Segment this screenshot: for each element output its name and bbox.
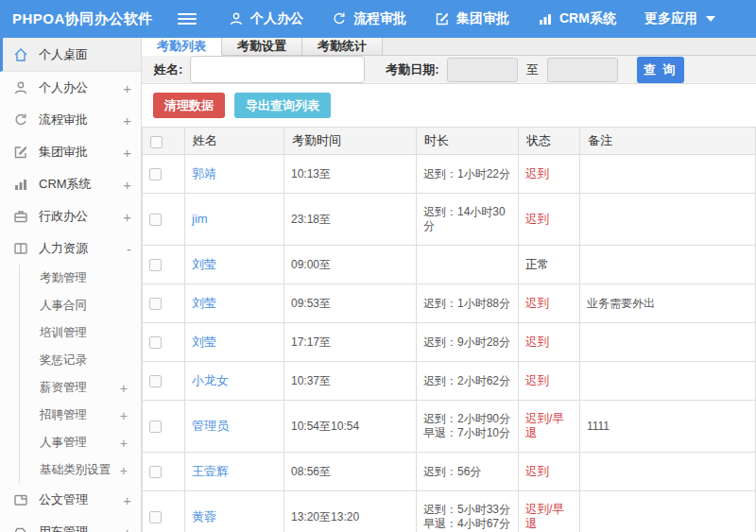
row-checkbox[interactable]: [149, 168, 162, 180]
submenu-item-label: 基础类别设置: [40, 462, 120, 478]
name-filter-input[interactable]: [190, 56, 365, 83]
sidebar-item-document-mgmt[interactable]: 公文管理 +: [0, 484, 141, 516]
sidebar-item-label: 人力资源: [39, 240, 127, 257]
select-all-cell: [143, 128, 185, 155]
duration-line1: 迟到：9小时28分: [423, 335, 511, 350]
sidebar-item-workflow-approval[interactable]: 流程审批 +: [0, 104, 141, 136]
expand-plus-icon[interactable]: +: [120, 381, 128, 396]
expand-plus-icon[interactable]: +: [123, 209, 131, 225]
status-badge: 迟到: [519, 194, 580, 246]
submenu-item-hr-contract[interactable]: 人事合同: [20, 292, 141, 319]
row-checkbox[interactable]: [149, 214, 162, 226]
duration-line1: 迟到：2小时62分: [423, 374, 511, 388]
employee-name-link[interactable]: 刘莹: [192, 335, 216, 349]
table-row: 刘莹 09:00至 正常: [143, 246, 756, 284]
employee-name-link[interactable]: 王壹辉: [192, 464, 229, 478]
nav-crm-system[interactable]: CRM系统: [538, 10, 616, 27]
nav-personal-office[interactable]: 个人办公: [229, 10, 303, 27]
sidebar-item-hr[interactable]: 人力资源 -: [0, 232, 141, 265]
submenu-item-label: 考勤管理: [40, 270, 128, 286]
expand-plus-icon[interactable]: +: [120, 463, 128, 478]
expand-plus-icon[interactable]: +: [123, 524, 131, 532]
submenu-item-attendance-mgmt[interactable]: 考勤管理: [20, 265, 141, 292]
row-checkbox[interactable]: [149, 511, 162, 523]
submenu-item-label: 人事管理: [40, 435, 120, 451]
date-from-input[interactable]: [447, 58, 518, 82]
home-icon: [13, 47, 29, 62]
expand-plus-icon[interactable]: +: [120, 436, 128, 451]
employee-name-link[interactable]: 刘莹: [192, 257, 216, 271]
tab-attendance-list[interactable]: 考勤列表: [142, 38, 222, 56]
sidebar-item-label: 行政办公: [39, 208, 123, 225]
sidebar-item-label: 公文管理: [39, 491, 123, 508]
nav-more-apps[interactable]: 更多应用: [644, 10, 715, 27]
book-icon: [13, 241, 29, 256]
sidebar-item-admin-office[interactable]: 行政办公 +: [0, 200, 141, 232]
note-cell: [580, 453, 756, 491]
employee-name-link[interactable]: 郭靖: [192, 166, 216, 180]
collapse-minus-icon[interactable]: -: [127, 241, 131, 257]
employee-name-link[interactable]: 小龙女: [192, 373, 229, 387]
nav-workflow-approval[interactable]: 流程审批: [332, 10, 406, 27]
sidebar-item-personal-office[interactable]: 个人办公 +: [0, 72, 141, 104]
table-row: 小龙女 10:37至 迟到：2小时62分 迟到: [143, 362, 756, 401]
col-header-note: 备注: [580, 128, 756, 155]
refresh-icon: [332, 11, 347, 26]
duration-line1: 迟到：2小时90分: [423, 412, 511, 426]
caret-down-icon: [706, 16, 715, 22]
submenu-item-personnel-mgmt[interactable]: 人事管理 +: [20, 429, 141, 456]
employee-name-link[interactable]: 刘莹: [192, 296, 216, 310]
submenu-item-label: 招聘管理: [40, 407, 120, 423]
row-checkbox[interactable]: [149, 336, 162, 349]
employee-name-link[interactable]: 黄蓉: [192, 509, 216, 523]
submenu-item-training-mgmt[interactable]: 培训管理: [20, 319, 141, 347]
employee-name-link[interactable]: 管理员: [192, 419, 229, 433]
expand-plus-icon[interactable]: +: [123, 145, 131, 161]
attendance-time: 13:20至13:20: [284, 491, 417, 532]
row-checkbox[interactable]: [149, 375, 162, 387]
duration-line1: 迟到：1小时88分: [423, 297, 511, 311]
bar-chart-icon: [13, 177, 29, 192]
sidebar-item-crm[interactable]: CRM系统 +: [0, 168, 141, 200]
top-header: PHPOA协同办公软件 个人办公 流程审批 集团审批 CRM系统 更多应用: [0, 0, 756, 38]
submenu-item-label: 人事合同: [40, 298, 128, 314]
sidebar-item-vehicle-mgmt[interactable]: 用车管理 +: [0, 516, 141, 532]
submenu-item-salary-mgmt[interactable]: 薪资管理 +: [20, 374, 141, 402]
row-checkbox[interactable]: [149, 259, 162, 271]
row-checkbox[interactable]: [149, 466, 162, 478]
select-all-checkbox[interactable]: [150, 136, 163, 148]
table-header-row: 姓名 考勤时间 时长 状态 备注: [143, 128, 756, 155]
attendance-time: 10:13至: [284, 155, 417, 194]
expand-plus-icon[interactable]: +: [123, 492, 131, 508]
expand-plus-icon[interactable]: +: [123, 177, 131, 193]
submenu-item-base-category[interactable]: 基础类别设置 +: [20, 456, 141, 484]
expand-plus-icon[interactable]: +: [123, 112, 131, 129]
row-checkbox[interactable]: [149, 420, 162, 433]
sidebar-item-group-approval[interactable]: 集团审批 +: [0, 136, 141, 168]
query-button[interactable]: 查 询: [637, 57, 684, 83]
tab-attendance-settings[interactable]: 考勤设置: [222, 38, 302, 55]
employee-name-link[interactable]: jim: [192, 212, 208, 226]
hamburger-menu-icon[interactable]: [178, 13, 197, 25]
clean-data-button[interactable]: 清理数据: [153, 93, 225, 118]
row-checkbox[interactable]: [149, 298, 162, 310]
expand-plus-icon[interactable]: +: [120, 408, 128, 423]
edit-icon: [435, 11, 450, 26]
document-icon: [13, 492, 29, 507]
submenu-item-reward-records[interactable]: 奖惩记录: [20, 347, 141, 374]
export-list-button[interactable]: 导出查询列表: [234, 93, 331, 118]
submenu-item-label: 薪资管理: [40, 380, 120, 396]
sidebar-item-label: 个人桌面: [39, 46, 131, 63]
submenu-item-recruit-mgmt[interactable]: 招聘管理 +: [20, 402, 141, 429]
date-to-input[interactable]: [547, 58, 618, 82]
nav-label: 个人办公: [250, 10, 303, 27]
table-row: 管理员 10:54至10:54 迟到：2小时90分早退：7小时10分 迟到/早退…: [143, 401, 756, 453]
note-cell: [580, 194, 756, 246]
nav-group-approval[interactable]: 集团审批: [435, 10, 509, 27]
expand-plus-icon[interactable]: +: [123, 80, 131, 96]
status-badge: 迟到/早退: [519, 401, 580, 453]
sidebar-item-personal-desktop[interactable]: 个人桌面: [0, 38, 141, 72]
tab-attendance-stats[interactable]: 考勤统计: [302, 38, 383, 55]
attendance-time: 10:54至10:54: [284, 401, 417, 453]
hr-submenu: 考勤管理 人事合同 培训管理 奖惩记录 薪资管理 + 招聘管理 + 人事管理 +: [19, 265, 141, 484]
